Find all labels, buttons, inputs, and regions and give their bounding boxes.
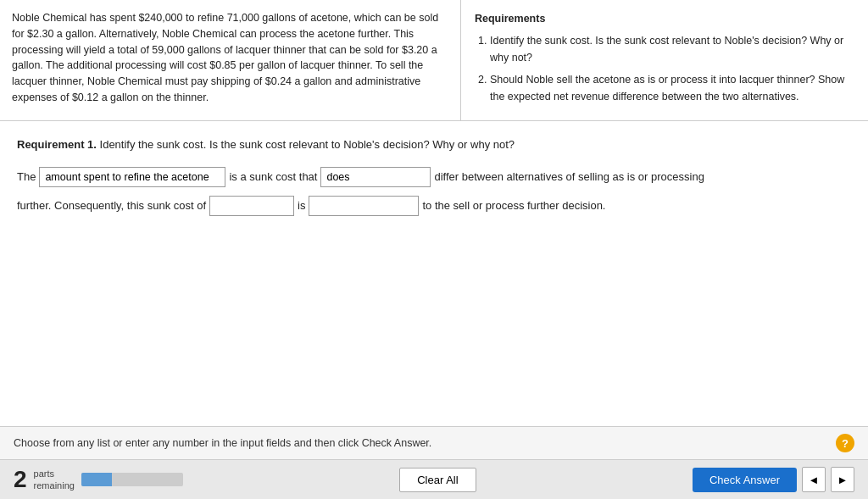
parts-remaining: 2 parts remaining — [14, 468, 183, 492]
requirements-panel: Requirements Identify the sunk cost. Is … — [461, 0, 868, 120]
sentence2-pre: further. Consequently, this sunk cost of — [17, 196, 206, 215]
sentence2-post: to the sell or process further decision. — [422, 196, 605, 215]
req-heading-bold: Requirement 1. — [17, 138, 97, 151]
sunk-cost-input[interactable] — [39, 167, 225, 187]
check-answer-button[interactable]: Check Answer — [693, 468, 797, 492]
scenario-text: Noble Chemical has spent $240,000 to ref… — [0, 0, 461, 120]
requirement-item-1: Identify the sunk cost. Is the sunk cost… — [490, 32, 854, 66]
help-icon[interactable]: ? — [836, 434, 854, 452]
sunk-cost-amount-input[interactable] — [209, 196, 294, 216]
footer-bar: 2 parts remaining Clear All Check Answer… — [0, 459, 868, 499]
bottom-instruction: Choose from any list or enter any number… — [14, 437, 827, 449]
main-content: Requirement 1. Identify the sunk cost. I… — [0, 121, 868, 426]
parts-number: 2 — [14, 468, 27, 491]
bottom-bar: Choose from any list or enter any number… — [0, 426, 868, 459]
sentence1-pre: The — [17, 167, 36, 186]
requirements-list: Identify the sunk cost. Is the sunk cost… — [475, 32, 854, 105]
parts-label: parts remaining — [34, 468, 75, 492]
top-section: Noble Chemical has spent $240,000 to ref… — [0, 0, 868, 121]
requirements-title: Requirements — [475, 10, 854, 27]
sentence1-post: differ between alternatives of selling a… — [434, 167, 704, 186]
sentence-row-1: The is a sunk cost that differ between a… — [17, 167, 851, 187]
scenario-content: Noble Chemical has spent $240,000 to ref… — [12, 12, 438, 103]
nav-next-button[interactable]: ► — [831, 467, 854, 492]
progress-bar-fill — [81, 473, 112, 486]
clear-all-button[interactable]: Clear All — [399, 468, 476, 492]
parts-line2: remaining — [34, 480, 75, 491]
sentence2-mid: is — [298, 196, 305, 215]
relevance-input[interactable] — [309, 196, 419, 216]
requirement-heading: Requirement 1. Identify the sunk cost. I… — [17, 136, 851, 153]
sentence1-mid1: is a sunk cost that — [229, 167, 317, 186]
footer-center: Clear All — [193, 468, 682, 492]
does-not-input[interactable] — [320, 167, 431, 187]
parts-line1: parts — [34, 468, 75, 480]
requirement-item-2: Should Noble sell the acetone as is or p… — [490, 71, 854, 105]
progress-bar — [81, 473, 183, 486]
footer-right: Check Answer ◄ ► — [693, 467, 854, 492]
nav-prev-button[interactable]: ◄ — [802, 467, 826, 492]
req-heading-text: Identify the sunk cost. Is the sunk cost… — [97, 138, 515, 151]
sentence-row-2: further. Consequently, this sunk cost of… — [17, 196, 851, 216]
